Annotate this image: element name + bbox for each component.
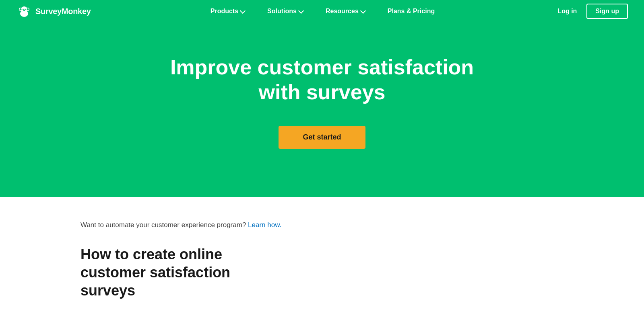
svg-point-8 [23, 10, 25, 11]
svg-point-7 [25, 9, 26, 10]
chevron-down-icon [298, 8, 304, 13]
section-title: How to create online customer satisfacti… [80, 245, 274, 299]
navbar: SurveyMonkey Products Solutions Resource… [0, 0, 644, 23]
nav-item-resources[interactable]: Resources [314, 0, 376, 23]
login-link[interactable]: Log in [554, 8, 580, 15]
nav-auth: Log in Sign up [554, 4, 628, 19]
chevron-down-icon [240, 8, 246, 13]
svg-point-4 [20, 8, 22, 10]
chevron-down-icon [360, 8, 366, 13]
nav-item-solutions[interactable]: Solutions [256, 0, 314, 23]
promo-text: Want to automate your customer experienc… [80, 221, 564, 229]
nav-label-products: Products [211, 8, 238, 15]
svg-point-5 [27, 8, 29, 10]
nav-links: Products Solutions Resources Plans & Pri… [91, 0, 555, 23]
get-started-button[interactable]: Get started [279, 126, 365, 149]
hero-title: Improve customer satisfaction with surve… [149, 55, 495, 105]
logo[interactable]: SurveyMonkey [16, 3, 91, 19]
nav-label-solutions: Solutions [267, 8, 297, 15]
hero-section: Improve customer satisfaction with surve… [0, 23, 644, 197]
brand-name: SurveyMonkey [35, 7, 91, 16]
nav-item-plans-pricing[interactable]: Plans & Pricing [376, 0, 446, 23]
nav-label-plans-pricing: Plans & Pricing [388, 8, 435, 15]
nav-item-products[interactable]: Products [199, 0, 256, 23]
svg-point-6 [23, 9, 24, 10]
content-section: Want to automate your customer experienc… [0, 197, 644, 316]
logo-icon [16, 3, 32, 19]
nav-label-resources: Resources [326, 8, 359, 15]
promo-link[interactable]: Learn how. [248, 221, 281, 229]
signup-button[interactable]: Sign up [586, 4, 628, 19]
